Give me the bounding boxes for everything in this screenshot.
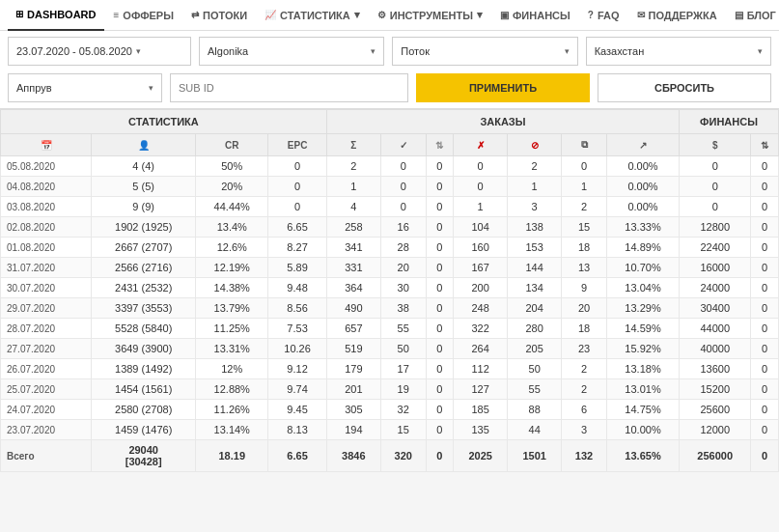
nav-offers[interactable]: ≡ ОФФЕРЫ — [106, 0, 181, 31]
table-cell: 25600 — [680, 400, 751, 420]
table-cell: 2025 — [454, 440, 508, 472]
geo-filter[interactable]: Казахстан ▾ — [586, 37, 771, 66]
col-date[interactable]: 📅 — [1, 134, 92, 156]
table-cell: 18.19 — [196, 440, 268, 472]
table-cell: 3846 — [326, 440, 380, 472]
table-cell: 28.07.2020 — [1, 319, 92, 339]
flow-value: Поток — [401, 45, 560, 57]
navigation: ⊞ DASHBOARD ≡ ОФФЕРЫ ⇄ ПОТОКИ 📈 СТАТИСТИ… — [0, 0, 779, 31]
subid-filter[interactable] — [170, 73, 408, 102]
table-cell: 0 — [751, 339, 779, 359]
col-cancel[interactable]: ⊘ — [508, 134, 562, 156]
table-cell: 29.07.2020 — [1, 298, 92, 319]
table-cell: 22400 — [680, 238, 751, 258]
geo-value: Казахстан — [595, 45, 754, 57]
table-cell: 31.07.2020 — [1, 258, 92, 278]
table-cell: 2 — [562, 359, 607, 379]
col-ok[interactable]: ✓ — [380, 134, 426, 156]
table-cell: 05.08.2020 — [1, 156, 92, 177]
table-row: 25.07.20201454 (1561)12.88%9.74201190127… — [1, 379, 779, 400]
table-cell: 50 — [508, 359, 562, 379]
apply-button[interactable]: ПРИМЕНИТЬ — [416, 73, 590, 102]
table-row: 28.07.20205528 (5840)11.25%7.53657550322… — [1, 319, 779, 339]
flow-filter[interactable]: Поток ▾ — [392, 37, 577, 66]
table-cell: 13.01% — [606, 379, 679, 400]
flow-arrow-icon: ▾ — [565, 46, 570, 56]
col-money[interactable]: $ — [680, 134, 751, 156]
table-cell: 4 (4) — [92, 156, 196, 177]
date-range-filter[interactable]: 23.07.2020 - 05.08.2020 ▾ — [8, 37, 191, 66]
col-repeat[interactable]: ⧉ — [562, 134, 607, 156]
nav-flows-label: ПОТОКИ — [203, 10, 247, 21]
nav-flows[interactable]: ⇄ ПОТОКИ — [183, 0, 255, 31]
table-cell: 15.92% — [606, 339, 679, 359]
subid-input[interactable] — [179, 82, 400, 94]
table-cell: 3 — [508, 197, 562, 217]
table-cell: 0 — [680, 177, 751, 197]
table-cell: 7.53 — [268, 319, 327, 339]
nav-dashboard[interactable]: ⊞ DASHBOARD — [8, 0, 104, 31]
nav-blog[interactable]: ▤ БЛОГ — [727, 0, 779, 31]
table-cell: 104 — [454, 217, 508, 238]
table-cell: 20 — [380, 258, 426, 278]
table-cell: 132 — [562, 440, 607, 472]
table-cell: 201 — [326, 379, 380, 400]
offers-icon: ≡ — [114, 10, 120, 20]
nav-faq[interactable]: ? FAQ — [580, 0, 627, 31]
table-cell: 0 — [426, 359, 454, 379]
table-body: 05.08.20204 (4)50%02000200.00%0004.08.20… — [1, 156, 779, 472]
col-v1[interactable]: ⇅ — [426, 134, 454, 156]
table-cell: 02.08.2020 — [1, 217, 92, 238]
nav-statistics[interactable]: 📈 СТАТИСТИКА ▾ — [257, 0, 368, 31]
table-cell: 0 — [380, 156, 426, 177]
table-cell: 3397 (3553) — [92, 298, 196, 319]
col-cr[interactable]: CR — [196, 134, 268, 156]
table-cell: 0 — [380, 197, 426, 217]
finance-icon: ▣ — [500, 10, 509, 20]
table-cell: 0 — [751, 278, 779, 298]
reset-button[interactable]: СБРОСИТЬ — [598, 73, 771, 102]
approve-filter[interactable]: Аппрув ▾ — [8, 73, 162, 102]
geo-arrow-icon: ▾ — [758, 46, 763, 56]
table-cell: 0 — [426, 319, 454, 339]
table-cell: 5.89 — [268, 258, 327, 278]
table-cell: 0 — [751, 319, 779, 339]
col-v4[interactable]: ⇅ — [751, 134, 779, 156]
table-cell: 134 — [508, 278, 562, 298]
nav-blog-label: БЛОГ — [747, 10, 776, 21]
table-cell: 1501 — [508, 440, 562, 472]
table-cell: 11.26% — [196, 400, 268, 420]
col-users[interactable]: 👤 — [92, 134, 196, 156]
nav-support[interactable]: ✉ ПОДДЕРЖКА — [629, 0, 725, 31]
table-cell: 3649 (3900) — [92, 339, 196, 359]
table-cell: 519 — [326, 339, 380, 359]
col-trend[interactable]: ↗ — [606, 134, 679, 156]
table-cell: 0 — [268, 156, 327, 177]
faq-icon: ? — [588, 10, 594, 20]
table-cell: 14.38% — [196, 278, 268, 298]
table-cell: 194 — [326, 420, 380, 440]
table-cell: 28 — [380, 238, 426, 258]
table-cell: 6.65 — [268, 440, 327, 472]
table-cell: 2667 (2707) — [92, 238, 196, 258]
col-epc[interactable]: EPC — [268, 134, 327, 156]
table-cell: 20% — [196, 177, 268, 197]
nav-finance[interactable]: ▣ ФИНАНСЫ — [492, 0, 578, 31]
nav-tools[interactable]: ⚙ ИНСТРУМЕНТЫ ▾ — [370, 0, 490, 31]
table-cell: 0 — [426, 440, 454, 472]
col-sum[interactable]: Σ — [326, 134, 380, 156]
table-cell: 1 — [562, 177, 607, 197]
table-cell: 29040 [30428] — [92, 440, 196, 472]
table-cell: 0 — [751, 420, 779, 440]
table-cell: 2431 (2532) — [92, 278, 196, 298]
stream-filter[interactable]: Algonika ▾ — [199, 37, 384, 66]
statistics-table: СТАТИСТИКА ЗАКАЗЫ ФИНАНСЫ 📅 👤 CR EPC Σ ✓… — [0, 109, 779, 472]
table-cell: 1454 (1561) — [92, 379, 196, 400]
table-cell: 3 — [562, 420, 607, 440]
table-cell: 30 — [380, 278, 426, 298]
table-cell: 1902 (1925) — [92, 217, 196, 238]
finance-group: ФИНАНСЫ — [680, 110, 779, 134]
col-bad[interactable]: ✗ — [454, 134, 508, 156]
table-cell: 8.56 — [268, 298, 327, 319]
table-cell: 14.89% — [606, 238, 679, 258]
